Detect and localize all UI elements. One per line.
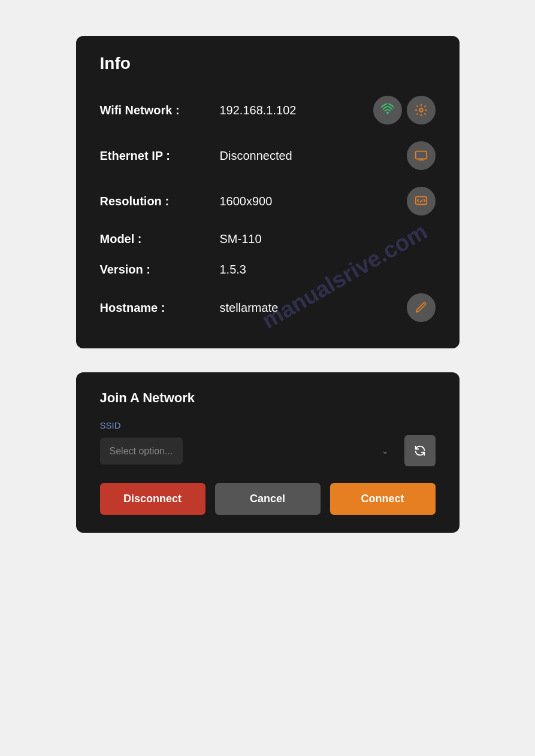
network-title: Join A Network	[100, 390, 436, 406]
model-row: Model : SM-110	[100, 224, 436, 254]
wifi-icon-button[interactable]	[373, 96, 402, 125]
svg-point-1	[419, 108, 423, 112]
ssid-label: SSID	[100, 420, 436, 430]
ssid-select[interactable]: Select option...	[100, 438, 183, 464]
resolution-icon-button[interactable]	[407, 187, 436, 215]
button-row: Disconnect Cancel Connect	[100, 483, 436, 515]
ethernet-ip-value: Disconnected	[220, 149, 402, 163]
model-label: Model :	[100, 232, 220, 246]
network-card: Join A Network SSID Select option... ⌄ D…	[76, 372, 460, 533]
svg-point-0	[386, 112, 389, 114]
cancel-button[interactable]: Cancel	[215, 483, 321, 515]
ssid-row: Select option... ⌄	[100, 435, 436, 466]
version-row: Version : 1.5.3	[100, 254, 436, 285]
hostname-label: Hostname :	[100, 301, 220, 315]
model-value: SM-110	[220, 232, 436, 246]
ethernet-ip-row: Ethernet IP : Disconnected	[100, 133, 436, 178]
hostname-row: Hostname : stellarmate	[100, 285, 436, 330]
info-title: Info	[100, 54, 436, 73]
chevron-down-icon: ⌄	[382, 446, 389, 456]
disconnect-button[interactable]: Disconnect	[100, 483, 205, 515]
settings-icon-button[interactable]	[407, 96, 436, 125]
ethernet-ip-label: Ethernet IP :	[100, 149, 220, 163]
version-value: 1.5.3	[220, 263, 436, 277]
resolution-label: Resolution :	[100, 195, 220, 208]
wifi-network-label: Wifi Network :	[100, 104, 220, 117]
connect-button[interactable]: Connect	[330, 483, 436, 515]
resolution-row: Resolution : 1600x900	[100, 178, 436, 224]
wifi-network-row: Wifi Network : 192.168.1.102	[100, 87, 436, 133]
svg-rect-2	[415, 151, 426, 159]
resolution-value: 1600x900	[220, 195, 402, 208]
refresh-button[interactable]	[404, 435, 436, 466]
hostname-value: stellarmate	[220, 301, 402, 315]
ethernet-icon-button[interactable]	[407, 141, 436, 170]
version-label: Version :	[100, 263, 220, 277]
edit-hostname-button[interactable]	[407, 293, 436, 322]
info-card: Info Wifi Network : 192.168.1.102	[76, 36, 460, 348]
wifi-network-value: 192.168.1.102	[220, 104, 368, 117]
ssid-select-wrapper: Select option... ⌄	[100, 438, 397, 464]
